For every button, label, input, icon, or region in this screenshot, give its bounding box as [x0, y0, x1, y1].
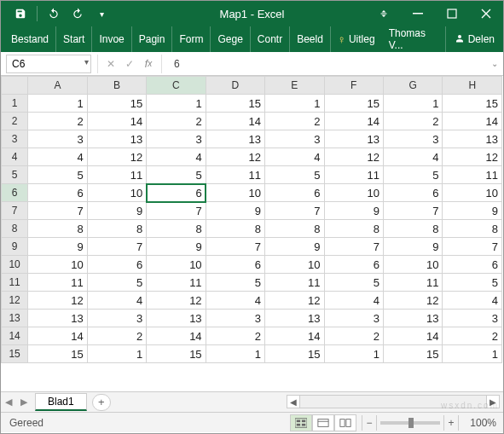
cell-G13[interactable]: 13: [384, 310, 443, 327]
insert-function-button[interactable]: fx: [139, 55, 158, 73]
cell-B13[interactable]: 3: [87, 310, 146, 327]
cell-F1[interactable]: 15: [324, 95, 383, 113]
cell-H6[interactable]: 10: [443, 184, 502, 202]
cell-D12[interactable]: 4: [206, 292, 264, 310]
cell-C8[interactable]: 8: [147, 220, 206, 238]
row-header-1[interactable]: 1: [2, 95, 28, 113]
cell-B7[interactable]: 9: [87, 202, 146, 220]
page-layout-view-button[interactable]: [312, 414, 334, 431]
cell-B9[interactable]: 7: [87, 238, 146, 256]
cell-A10[interactable]: 10: [28, 256, 87, 274]
cell-B3[interactable]: 13: [87, 130, 146, 148]
tab-pagina[interactable]: Pagin: [132, 26, 173, 52]
cell-H14[interactable]: 2: [443, 327, 502, 345]
cell-D4[interactable]: 12: [206, 148, 264, 166]
horizontal-scrollbar[interactable]: ◀ ▶: [287, 395, 500, 408]
maximize-button[interactable]: [435, 1, 469, 26]
cell-H8[interactable]: 8: [443, 220, 502, 238]
cell-C5[interactable]: 5: [147, 166, 206, 184]
row-header-7[interactable]: 7: [2, 202, 28, 220]
tab-bestand[interactable]: Bestand: [4, 26, 56, 52]
share-button[interactable]: Delen: [445, 26, 503, 52]
tell-me-button[interactable]: ♀ Uitleg: [331, 26, 382, 52]
row-header-6[interactable]: 6: [2, 184, 28, 202]
cell-H1[interactable]: 15: [443, 95, 502, 113]
cell-D9[interactable]: 7: [206, 238, 264, 256]
cell-C12[interactable]: 12: [147, 292, 206, 310]
cell-A4[interactable]: 4: [28, 148, 87, 166]
cell-H10[interactable]: 6: [443, 256, 502, 274]
cell-B15[interactable]: 1: [87, 345, 146, 363]
cell-F9[interactable]: 7: [324, 238, 383, 256]
cell-B2[interactable]: 14: [87, 113, 146, 130]
cell-D1[interactable]: 15: [206, 95, 264, 113]
save-button[interactable]: [9, 3, 32, 25]
cell-D2[interactable]: 14: [206, 113, 264, 130]
cell-C4[interactable]: 4: [147, 148, 206, 166]
cell-H11[interactable]: 5: [443, 274, 502, 292]
cell-E5[interactable]: 5: [265, 166, 324, 184]
cell-E7[interactable]: 7: [265, 202, 324, 220]
cell-B8[interactable]: 8: [87, 220, 146, 238]
cell-D10[interactable]: 6: [206, 256, 264, 274]
cell-C10[interactable]: 10: [147, 256, 206, 274]
cell-C13[interactable]: 13: [147, 310, 206, 327]
formula-input[interactable]: 6: [165, 58, 486, 70]
cell-G2[interactable]: 2: [384, 113, 443, 130]
row-header-13[interactable]: 13: [2, 310, 28, 327]
column-header-G[interactable]: G: [384, 77, 443, 95]
cell-A2[interactable]: 2: [28, 113, 87, 130]
cell-E12[interactable]: 12: [265, 292, 324, 310]
sheet-nav-next[interactable]: ▶: [16, 396, 32, 408]
ribbon-options-button[interactable]: [367, 1, 401, 26]
cell-H3[interactable]: 13: [443, 130, 502, 148]
row-header-5[interactable]: 5: [2, 166, 28, 184]
cell-C2[interactable]: 2: [147, 113, 206, 130]
cell-F11[interactable]: 5: [324, 274, 383, 292]
tab-start[interactable]: Start: [56, 26, 92, 52]
cell-G10[interactable]: 10: [384, 256, 443, 274]
column-header-H[interactable]: H: [443, 77, 502, 95]
qat-customize-button[interactable]: ▾: [90, 3, 113, 25]
zoom-out-button[interactable]: −: [362, 415, 377, 431]
cell-A7[interactable]: 7: [28, 202, 87, 220]
tab-formules[interactable]: Form: [172, 26, 211, 52]
cell-C7[interactable]: 7: [147, 202, 206, 220]
cell-G14[interactable]: 14: [384, 327, 443, 345]
cell-F10[interactable]: 6: [324, 256, 383, 274]
cell-D11[interactable]: 5: [206, 274, 264, 292]
row-header-15[interactable]: 15: [2, 345, 28, 363]
column-header-E[interactable]: E: [265, 77, 324, 95]
cell-B6[interactable]: 10: [87, 184, 146, 202]
cell-H7[interactable]: 9: [443, 202, 502, 220]
cell-F12[interactable]: 4: [324, 292, 383, 310]
cell-E13[interactable]: 13: [265, 310, 324, 327]
cell-A13[interactable]: 13: [28, 310, 87, 327]
zoom-slider[interactable]: [380, 421, 440, 425]
cancel-formula-button[interactable]: ✕: [101, 55, 120, 73]
cell-E14[interactable]: 14: [265, 327, 324, 345]
cell-C11[interactable]: 11: [147, 274, 206, 292]
cell-F7[interactable]: 9: [324, 202, 383, 220]
zoom-in-button[interactable]: +: [443, 415, 459, 431]
normal-view-button[interactable]: [290, 414, 312, 431]
tab-gegevens[interactable]: Gege: [211, 26, 250, 52]
cell-G12[interactable]: 12: [384, 292, 443, 310]
cell-E3[interactable]: 3: [265, 130, 324, 148]
cell-C3[interactable]: 3: [147, 130, 206, 148]
cell-F15[interactable]: 1: [324, 345, 383, 363]
cell-E1[interactable]: 1: [265, 95, 324, 113]
spreadsheet-grid[interactable]: ABCDEFGH 1115115115115221421421421433133…: [1, 76, 503, 391]
cell-D15[interactable]: 1: [206, 345, 264, 363]
cell-H9[interactable]: 7: [443, 238, 502, 256]
cell-B5[interactable]: 11: [87, 166, 146, 184]
minimize-button[interactable]: [401, 1, 435, 26]
cell-H2[interactable]: 14: [443, 113, 502, 130]
column-header-F[interactable]: F: [324, 77, 383, 95]
cell-D8[interactable]: 8: [206, 220, 264, 238]
sheet-tab-blad1[interactable]: Blad1: [35, 393, 87, 411]
cell-G5[interactable]: 5: [384, 166, 443, 184]
page-break-view-button[interactable]: [334, 414, 356, 431]
row-header-3[interactable]: 3: [2, 130, 28, 148]
cell-F2[interactable]: 14: [324, 113, 383, 130]
